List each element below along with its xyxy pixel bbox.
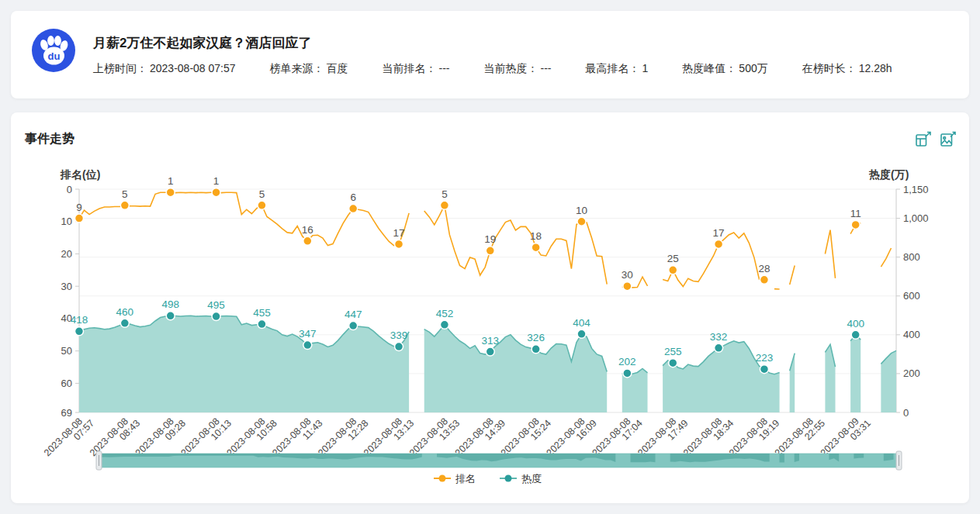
datazoom-slider[interactable] bbox=[96, 451, 902, 470]
svg-text:313: 313 bbox=[482, 335, 500, 347]
svg-text:17: 17 bbox=[393, 227, 405, 239]
svg-text:347: 347 bbox=[299, 328, 317, 340]
svg-text:404: 404 bbox=[573, 317, 590, 329]
svg-text:326: 326 bbox=[527, 332, 545, 343]
meta-label: 最高排名： bbox=[586, 62, 640, 74]
svg-text:28: 28 bbox=[758, 263, 770, 274]
svg-text:460: 460 bbox=[116, 306, 134, 318]
meta-value: 500万 bbox=[739, 62, 767, 74]
heat-point bbox=[258, 320, 266, 329]
rank-point bbox=[303, 236, 312, 245]
svg-text:1: 1 bbox=[168, 175, 174, 187]
chart-title: 事件走势 bbox=[25, 131, 74, 147]
rank-point bbox=[851, 220, 860, 229]
svg-text:du: du bbox=[48, 50, 61, 62]
svg-text:202: 202 bbox=[618, 356, 636, 367]
svg-text:1,000: 1,000 bbox=[903, 212, 929, 224]
legend-item-heat[interactable]: 热度 bbox=[500, 473, 542, 485]
svg-text:1: 1 bbox=[213, 175, 220, 187]
heat-point bbox=[212, 312, 220, 321]
svg-text:6: 6 bbox=[350, 191, 356, 203]
right-axis-name: 热度(万) bbox=[868, 168, 909, 181]
svg-text:排名: 排名 bbox=[455, 473, 476, 485]
svg-text:0: 0 bbox=[903, 407, 909, 419]
svg-text:5: 5 bbox=[122, 188, 128, 200]
svg-text:600: 600 bbox=[903, 290, 920, 302]
svg-text:255: 255 bbox=[664, 346, 682, 357]
rank-point bbox=[715, 240, 723, 248]
svg-text:60: 60 bbox=[61, 378, 72, 389]
meta-value: --- bbox=[541, 62, 552, 74]
rank-point bbox=[166, 188, 175, 197]
rank-point bbox=[212, 188, 220, 197]
heat-point bbox=[715, 343, 723, 352]
rank-point bbox=[669, 266, 677, 274]
event-trend-chart[interactable]: 01020304050606902004006008001,0001,150排名… bbox=[11, 112, 969, 503]
meta-label: 上榜时间： bbox=[93, 62, 147, 74]
svg-text:30: 30 bbox=[61, 281, 72, 292]
heat-point bbox=[120, 319, 129, 327]
svg-text:5: 5 bbox=[259, 188, 265, 200]
svg-text:热度: 热度 bbox=[521, 473, 542, 485]
svg-text:50: 50 bbox=[61, 345, 72, 357]
rank-point bbox=[258, 201, 266, 209]
meta-label: 当前排名： bbox=[383, 62, 437, 74]
svg-text:20: 20 bbox=[61, 248, 72, 260]
heat-point bbox=[440, 320, 448, 329]
svg-text:452: 452 bbox=[436, 308, 454, 319]
svg-text:9: 9 bbox=[76, 202, 82, 213]
svg-text:200: 200 bbox=[903, 367, 920, 379]
heat-point bbox=[851, 330, 860, 339]
svg-text:400: 400 bbox=[903, 329, 920, 340]
svg-text:498: 498 bbox=[161, 298, 179, 310]
event-meta-row: 上榜时间：2023-08-08 07:57 榜单来源：百度 当前排名：--- 当… bbox=[93, 62, 892, 76]
svg-text:11: 11 bbox=[850, 208, 861, 219]
legend-item-rank[interactable]: 排名 bbox=[434, 473, 476, 485]
heat-point bbox=[75, 327, 84, 336]
svg-text:16: 16 bbox=[302, 224, 313, 236]
svg-text:25: 25 bbox=[667, 253, 679, 264]
svg-text:223: 223 bbox=[756, 352, 774, 364]
heat-point bbox=[303, 341, 312, 350]
left-axis-name: 排名(位) bbox=[60, 168, 100, 181]
rank-point bbox=[75, 214, 84, 223]
meta-label: 榜单来源： bbox=[270, 62, 324, 74]
chart-legend: 排名热度 bbox=[434, 473, 542, 485]
svg-text:19: 19 bbox=[484, 233, 496, 245]
rank-point bbox=[395, 240, 403, 248]
svg-text:10: 10 bbox=[61, 216, 72, 227]
heat-point bbox=[623, 369, 632, 378]
svg-text:10: 10 bbox=[576, 205, 587, 216]
svg-text:418: 418 bbox=[71, 314, 88, 326]
svg-text:17: 17 bbox=[713, 227, 725, 239]
svg-text:455: 455 bbox=[253, 307, 271, 319]
heat-point bbox=[166, 312, 175, 320]
svg-text:30: 30 bbox=[622, 269, 633, 281]
svg-text:2023-08-0807:57: 2023-08-0807:57 bbox=[42, 411, 96, 465]
svg-text:332: 332 bbox=[710, 331, 728, 343]
export-excel-icon[interactable] bbox=[915, 131, 932, 148]
meta-value: 1 bbox=[642, 62, 649, 74]
meta-value: 12.28h bbox=[859, 62, 892, 74]
chart-actions bbox=[915, 131, 957, 148]
svg-text:5: 5 bbox=[442, 188, 448, 200]
svg-text:339: 339 bbox=[390, 329, 408, 341]
svg-text:18: 18 bbox=[530, 230, 542, 242]
svg-text:495: 495 bbox=[207, 299, 225, 311]
svg-text:69: 69 bbox=[61, 407, 72, 419]
heat-series[interactable] bbox=[79, 316, 896, 412]
heat-point bbox=[669, 359, 677, 367]
rank-point bbox=[486, 247, 494, 255]
event-header-card: du 月薪2万住不起如家汉庭？酒店回应了 上榜时间：2023-08-08 07:… bbox=[11, 11, 969, 98]
rank-point bbox=[440, 201, 448, 209]
svg-text:1,150: 1,150 bbox=[903, 184, 929, 195]
rank-point bbox=[532, 243, 540, 252]
meta-label: 在榜时长： bbox=[802, 62, 857, 74]
trend-chart-card: 事件走势 01020304050606902004006008001 bbox=[11, 112, 969, 503]
meta-value: 2023-08-08 07:57 bbox=[150, 62, 236, 74]
meta-label: 热度峰值： bbox=[682, 62, 736, 74]
heat-point bbox=[349, 322, 358, 330]
heat-point bbox=[395, 343, 403, 351]
save-image-icon[interactable] bbox=[940, 131, 957, 148]
meta-value: --- bbox=[439, 62, 450, 74]
